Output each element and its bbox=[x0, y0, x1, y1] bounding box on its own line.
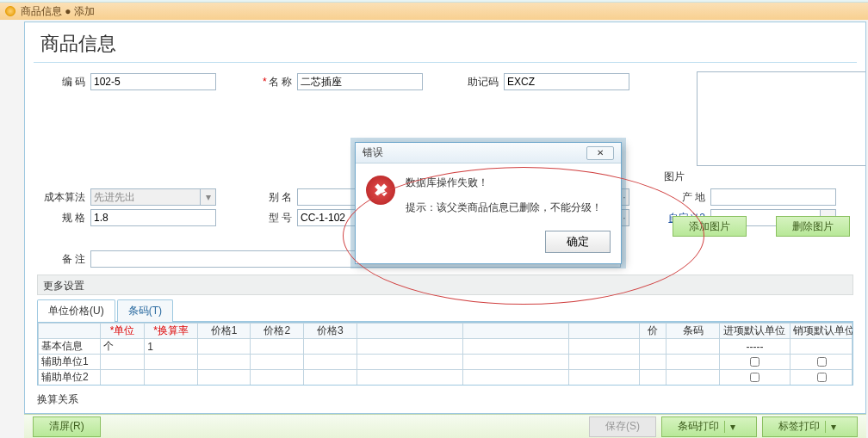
tab-barcode[interactable]: 条码(T) bbox=[117, 299, 173, 322]
window-title: 商品信息 ● 添加 bbox=[21, 3, 95, 20]
mnem-input[interactable] bbox=[504, 73, 629, 90]
label-cost: 成本算法 bbox=[37, 190, 85, 205]
out-default-checkbox[interactable] bbox=[817, 373, 827, 382]
convert-label: 换算关系 bbox=[37, 392, 853, 407]
cost-combo[interactable]: 先进先出▾ bbox=[90, 188, 216, 206]
origin-input[interactable] bbox=[710, 188, 836, 206]
label-pic: 图片 bbox=[664, 170, 685, 184]
chevron-down-icon: ▾ bbox=[825, 421, 841, 433]
chevron-down-icon: ▾ bbox=[200, 189, 215, 205]
save-button: 保存(S) bbox=[589, 416, 656, 437]
app-icon bbox=[5, 6, 16, 16]
more-settings-bar[interactable]: 更多设置 bbox=[37, 275, 853, 295]
chevron-down-icon: ▾ bbox=[724, 421, 741, 433]
dialog-message-2: 提示：该父类商品信息已删除，不能分级！ bbox=[406, 200, 602, 215]
label-spec: 规 格 bbox=[37, 211, 85, 225]
code-input[interactable] bbox=[90, 73, 216, 90]
clear-button[interactable]: 清屏(R) bbox=[33, 416, 101, 437]
in-default-checkbox[interactable] bbox=[750, 373, 760, 382]
window-titlebar: 商品信息 ● 添加 bbox=[0, 3, 868, 20]
error-icon: ✖ bbox=[366, 176, 395, 205]
table-row: 辅助单位1 bbox=[39, 355, 852, 370]
label-name: 名 称 bbox=[244, 75, 292, 89]
label-mnem: 助记码 bbox=[450, 75, 499, 89]
spec-input[interactable] bbox=[90, 209, 216, 226]
close-icon[interactable]: ✕ bbox=[586, 146, 614, 160]
label-alias: 别 名 bbox=[244, 190, 292, 205]
barcode-print-button[interactable]: 条码打印▾ bbox=[661, 416, 757, 437]
dialog-message-1: 数据库操作失败！ bbox=[406, 176, 602, 190]
label-code: 编 码 bbox=[37, 75, 85, 89]
page-title: 商品信息 bbox=[25, 22, 865, 62]
out-default-checkbox[interactable] bbox=[817, 357, 827, 367]
unit-grid[interactable]: *单位 *换算率 价格1 价格2 价格3 价 条码 进项默认单位 销项默认单位 … bbox=[38, 323, 852, 386]
table-row: 辅助单位2 bbox=[39, 370, 852, 386]
label-model: 型 号 bbox=[244, 211, 292, 225]
label-remark: 备 注 bbox=[37, 252, 85, 267]
delete-picture-button[interactable]: 删除图片 bbox=[776, 216, 850, 237]
picture-box bbox=[697, 71, 866, 166]
add-picture-button[interactable]: 添加图片 bbox=[673, 216, 747, 237]
label-print-button[interactable]: 标签打印▾ bbox=[762, 416, 858, 437]
dialog-title: 错误 bbox=[363, 145, 383, 160]
dialog-ok-button[interactable]: 确定 bbox=[545, 231, 611, 253]
in-default-checkbox[interactable] bbox=[750, 357, 760, 367]
name-input[interactable] bbox=[297, 73, 423, 90]
tab-unit-price[interactable]: 单位价格(U) bbox=[37, 299, 115, 322]
table-row: 基本信息个1----- bbox=[39, 339, 852, 355]
error-dialog: 错误 ✕ ✖ 数据库操作失败！ 提示：该父类商品信息已删除，不能分级！ 确定 bbox=[355, 142, 622, 264]
label-origin: 产 地 bbox=[657, 190, 705, 205]
